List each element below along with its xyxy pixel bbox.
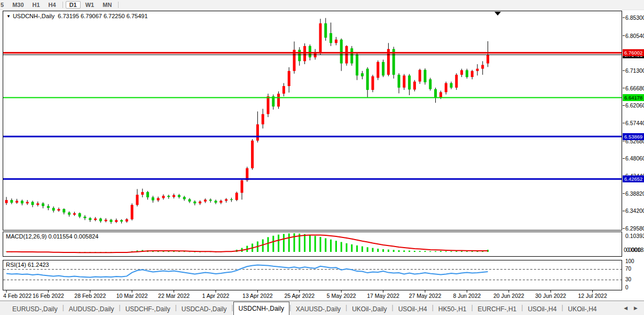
- price-badge-6.76002: 6.76002: [623, 49, 644, 56]
- chart-ohlc-values: 6.73195 6.79067 6.72250 6.75491: [58, 13, 147, 19]
- chart-title: ▼USDCNH-,Daily 6.73195 6.79067 6.72250 6…: [6, 13, 148, 19]
- tab-scroll-right-icon[interactable]: ▶: [631, 305, 641, 311]
- tab-eurusd-daily[interactable]: EURUSD-,Daily: [7, 304, 62, 315]
- tab-usdchf-daily[interactable]: USDCHF-,Daily: [121, 304, 175, 315]
- date-axis-label: 16 Feb 2022: [33, 293, 64, 299]
- tab-usoil-h4[interactable]: USOil-,H4: [394, 304, 432, 315]
- price-badge-6.53869: 6.53869: [623, 133, 644, 140]
- macd-axis-min: 0.001829: [626, 247, 644, 253]
- tab-xauusd-daily[interactable]: XAUUSD-,Daily: [291, 304, 345, 315]
- tab-hk50-h1[interactable]: HK50-,H1: [434, 304, 472, 315]
- date-axis-label: 12 Jul 2022: [578, 293, 607, 299]
- date-axis-label: 1 Apr 2022: [202, 293, 230, 299]
- tab-scroll-left-icon[interactable]: ◀: [621, 305, 631, 311]
- tab-ukoil-daily[interactable]: UKOil-,Daily: [347, 304, 391, 315]
- trading-app-window: 5M30H1H4D1W1MN ▼USDCNH-,Daily 6.73195 6.…: [0, 0, 644, 315]
- price-badge-6.64178: 6.64178: [623, 94, 644, 101]
- date-axis-label: 30 Jun 2022: [535, 293, 566, 299]
- date-axis-label: 10 Mar 2022: [116, 293, 148, 299]
- price-chart-panel[interactable]: [3, 11, 622, 231]
- tab-usoil-h4[interactable]: USOil-,H4: [523, 304, 561, 315]
- price-axis-tick: 6.85300: [625, 14, 644, 21]
- tab-usdcnh-daily[interactable]: USDCNH-,Daily: [233, 302, 289, 315]
- price-axis-tick: 6.38820: [625, 190, 644, 197]
- rsi-value: 61.2423: [28, 262, 49, 268]
- tab-scroll-controls: ◀▶: [621, 301, 644, 315]
- price-axis-tick: 6.29580: [625, 225, 644, 232]
- timeframe-button-W1[interactable]: W1: [82, 1, 98, 9]
- date-axis-label: 4 Feb 2022: [3, 293, 32, 299]
- chart-dropdown-icon[interactable]: ▼: [6, 14, 11, 19]
- macd-label: MACD(12,26,9) 0.011554 0.005824: [6, 233, 98, 240]
- rsi-name: RSI(14): [6, 262, 26, 268]
- date-axis-label: 22 Mar 2022: [158, 293, 190, 299]
- timeframe-button-MN[interactable]: MN: [99, 1, 115, 9]
- price-axis-tick: 6.34200: [625, 208, 644, 214]
- date-axis-label: 17 May 2022: [367, 293, 399, 299]
- date-axis-label: 28 Feb 2022: [74, 293, 106, 299]
- rsi-label: RSI(14) 61.2423: [6, 262, 49, 268]
- date-axis-label: 25 Apr 2022: [284, 293, 315, 299]
- timeframe-button-H4[interactable]: H4: [45, 1, 60, 9]
- rsi-axis-label-70: 70: [625, 266, 631, 272]
- timeframe-button-5[interactable]: 5: [0, 1, 7, 9]
- tab-eurchf-h1[interactable]: EURCHF-,H1: [473, 304, 522, 315]
- rsi-axis-label-30: 30: [625, 276, 631, 282]
- toolbar-divider: [62, 2, 63, 8]
- macd-values: 0.011554 0.005824: [48, 233, 98, 240]
- date-axis-label: 13 Apr 2022: [242, 293, 273, 299]
- chart-symbol-label: USDCNH-,Daily: [13, 13, 54, 19]
- rsi-indicator-panel[interactable]: [3, 260, 622, 290]
- date-axis-label: 27 May 2022: [409, 293, 442, 299]
- timeframe-toolbar: 5M30H1H4D1W1MN: [0, 0, 644, 10]
- price-axis-tick: 6.80540: [625, 33, 644, 39]
- tab-audusd-daily[interactable]: AUDUSD-,Daily: [64, 304, 119, 315]
- date-axis-label: 20 Jun 2022: [493, 293, 524, 299]
- price-axis-tick: 6.57440: [625, 120, 644, 126]
- price-axis-tick: 6.71300: [625, 67, 644, 74]
- price-axis-tick: 6.66680: [625, 85, 644, 91]
- price-axis-tick: 6.48060: [625, 155, 644, 162]
- rsi-axis-label-100: 100: [625, 258, 634, 264]
- price-badge-6.42652: 6.42652: [623, 175, 644, 182]
- price-axis-tick: 6.62060: [625, 102, 644, 109]
- timeframe-button-H1[interactable]: H1: [29, 1, 44, 9]
- timeframe-button-D1[interactable]: D1: [66, 1, 81, 9]
- instrument-tabbar: EURUSD-,Daily|AUDUSD-,Daily|USDCHF-,Dail…: [0, 301, 644, 315]
- date-axis-label: 5 May 2022: [327, 293, 356, 299]
- toolbar-divider: [118, 2, 119, 8]
- date-axis-label: 8 Jun 2022: [453, 293, 481, 299]
- tab-usdcad-daily[interactable]: USDCAD-,Daily: [177, 304, 232, 315]
- timeframe-button-M30[interactable]: M30: [9, 1, 27, 9]
- tab-ukoil-h4[interactable]: UKOil-,H4: [563, 304, 602, 315]
- macd-name: MACD(12,26,9): [6, 233, 46, 240]
- rsi-axis-label-0: 0: [625, 285, 629, 290]
- macd-axis-max: 0.103934: [625, 233, 644, 239]
